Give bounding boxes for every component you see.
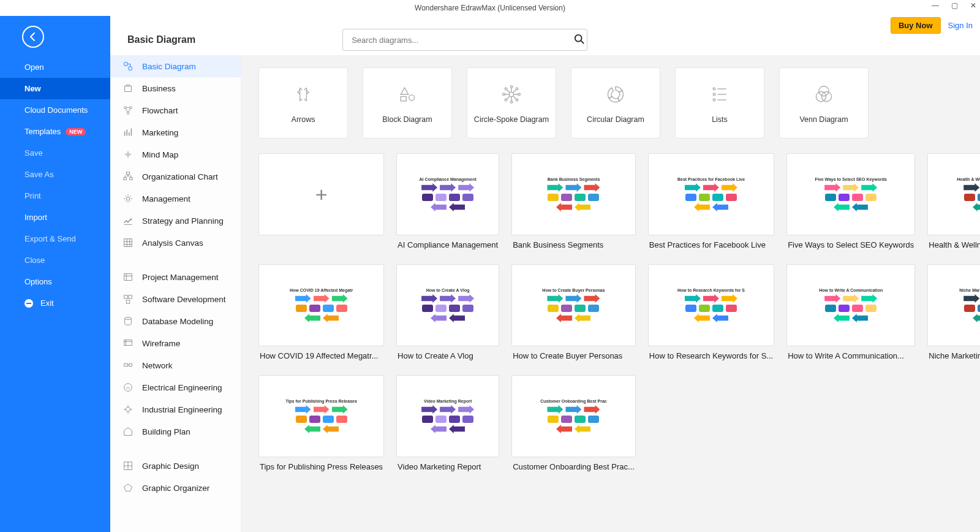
sidebar-import[interactable]: Import [0, 207, 110, 228]
template-card-five-ways-to-select-seo-keywords[interactable]: Five Ways to Select SEO KeywordsFive Way… [786, 153, 915, 252]
template-thumbnail-preview: Best Practices for Facebook Live [654, 159, 769, 230]
template-thumbnail: Niche Marketing Strategy Tips [927, 264, 980, 346]
template-card-how-to-research-keywords-for-s[interactable]: How to Research Keywords for SHow to Res… [648, 264, 774, 363]
template-card-how-to-write-a-communication[interactable]: How to Write A CommunicationHow to Write… [786, 264, 915, 363]
search-icon[interactable] [574, 34, 585, 45]
category-icon [123, 338, 134, 349]
svg-rect-16 [126, 300, 129, 303]
category-item-graphic-design[interactable]: Graphic Design [110, 455, 241, 477]
svg-point-41 [821, 92, 831, 102]
sidebar-export-send[interactable]: Export & Send [0, 228, 110, 249]
template-title: Best Practices for Facebook Live [648, 235, 774, 252]
svg-rect-19 [124, 363, 127, 367]
template-thumbnail: Video Marketing Report [396, 375, 499, 457]
template-thumbnail-preview: How to Research Keywords for S [654, 270, 769, 341]
category-item-graphic-organizer[interactable]: Graphic Organizer [110, 477, 241, 499]
category-item-database-modeling[interactable]: Database Modeling [110, 310, 241, 332]
category-label: Database Modeling [142, 317, 213, 326]
sidebar-cloud-documents[interactable]: Cloud Documents [0, 99, 110, 121]
svg-rect-12 [124, 239, 132, 247]
sidebar-open[interactable]: Open [0, 56, 110, 78]
category-item-analysis-canvas[interactable]: Analysis Canvas [110, 232, 241, 254]
template-card-how-covid-19-affected-megatr[interactable]: How COVID 19 Affected MegatrHow COVID 19… [258, 264, 384, 363]
plus-icon: + [315, 183, 328, 207]
template-card-how-to-create-a-vlog[interactable]: How to Create A VlogHow to Create A Vlog [396, 264, 499, 363]
minimize-icon[interactable]: — [932, 1, 939, 10]
category-label: Network [142, 361, 173, 370]
svg-rect-1 [124, 63, 127, 66]
sidebar-print[interactable]: Print [0, 185, 110, 207]
template-card-ai-compliance-management[interactable]: AI Compliance ManagementAI Compliance Ma… [396, 153, 499, 252]
category-item-basic-diagram[interactable]: Basic Diagram [110, 55, 241, 77]
category-item-software-development[interactable]: Software Development [110, 288, 241, 310]
template-title: Bank Business Segments [511, 235, 636, 252]
template-card-new-blank[interactable]: + [258, 153, 384, 252]
template-card-how-to-create-buyer-personas[interactable]: How to Create Buyer PersonasHow to Creat… [511, 264, 636, 363]
template-card-niche-marketing-strategy-tips[interactable]: Niche Marketing Strategy TipsNiche Marke… [927, 264, 980, 363]
category-item-strategy-and-planning[interactable]: Strategy and Planning [110, 210, 241, 232]
template-thumbnail-preview: Video Marketing Report [401, 381, 495, 452]
diagram-type-icon [499, 82, 524, 107]
diagram-type-venn-diagram[interactable]: Venn Diagram [779, 67, 869, 139]
svg-point-17 [125, 317, 132, 320]
sidebar-save[interactable]: Save [0, 142, 110, 164]
category-item-flowchart[interactable]: Flowchart [110, 99, 241, 121]
sidebar-save-as[interactable]: Save As [0, 164, 110, 185]
template-title: Customer Onboarding Best Prac... [511, 457, 636, 474]
diagram-type-icon [395, 82, 420, 107]
diagram-type-arrows[interactable]: Arrows [258, 67, 348, 139]
diagram-type-label: Venn Diagram [799, 115, 848, 124]
category-label: Management [142, 194, 190, 203]
category-item-management[interactable]: Management [110, 188, 241, 210]
template-card-customer-onboarding-best-prac[interactable]: Customer Onboarding Best PracCustomer On… [511, 375, 636, 474]
sidebar-close[interactable]: Close [0, 249, 110, 271]
template-thumbnail-preview: Niche Marketing Strategy Tips [933, 270, 980, 341]
category-item-industrial-engineering[interactable]: Industrial Engineering [110, 398, 241, 420]
category-item-electrical-engineering[interactable]: Electrical Engineering [110, 376, 241, 398]
template-card-best-practices-for-facebook-live[interactable]: Best Practices for Facebook LiveBest Pra… [648, 153, 774, 252]
diagram-type-circle-spoke-diagram[interactable]: Circle-Spoke Diagram [467, 67, 556, 139]
category-label: Mind Map [142, 150, 178, 159]
sidebar-exit[interactable]: Exit [0, 292, 110, 314]
category-item-wireframe[interactable]: Wireframe [110, 332, 241, 354]
category-item-business[interactable]: Business [110, 77, 241, 99]
template-card-video-marketing-report[interactable]: Video Marketing ReportVideo Marketing Re… [396, 375, 499, 474]
diagram-type-block-diagram[interactable]: Block Diagram [363, 67, 452, 139]
category-item-building-plan[interactable]: Building Plan [110, 420, 241, 443]
diagram-type-icon [603, 82, 628, 107]
template-thumbnail-preview: How to Create Buyer Personas [517, 270, 630, 341]
arrow-left-icon [27, 31, 39, 43]
template-card-bank-business-segments[interactable]: Bank Business SegmentsBank Business Segm… [511, 153, 636, 252]
svg-rect-2 [129, 67, 132, 70]
svg-rect-13 [124, 274, 132, 281]
sidebar-options[interactable]: Options [0, 271, 110, 292]
buy-now-button[interactable]: Buy Now [891, 17, 941, 34]
category-icon [123, 294, 134, 305]
template-card-health-wellness-progress-rep[interactable]: Health & Wellness Progress RepHealth & W… [927, 153, 980, 252]
back-button[interactable] [22, 26, 44, 48]
category-icon [123, 193, 134, 204]
template-title: How to Create A Vlog [396, 346, 499, 363]
close-window-icon[interactable]: ✕ [970, 1, 976, 10]
category-item-marketing[interactable]: Marketing [110, 121, 241, 143]
template-card-tips-for-publishing-press-releases[interactable]: Tips for Publishing Press ReleasesTips f… [258, 375, 384, 474]
template-thumbnail: How to Write A Communication [786, 264, 915, 346]
svg-point-29 [510, 86, 513, 88]
category-item-organizational-chart[interactable]: Organizational Chart [110, 165, 241, 188]
category-item-network[interactable]: Network [110, 354, 241, 376]
category-icon [123, 360, 134, 371]
maximize-icon[interactable]: ▢ [951, 1, 958, 10]
category-icon [123, 83, 134, 94]
sidebar-templates[interactable]: Templates NEW [0, 121, 110, 142]
category-icon [123, 272, 134, 283]
svg-point-22 [126, 407, 130, 411]
svg-rect-18 [124, 340, 132, 346]
search-input[interactable] [342, 29, 587, 51]
diagram-type-circular-diagram[interactable]: Circular Diagram [571, 67, 660, 139]
diagram-type-lists[interactable]: Lists [675, 67, 764, 139]
sign-in-link[interactable]: Sign In [948, 21, 973, 30]
svg-point-40 [816, 92, 826, 102]
category-item-mind-map[interactable]: Mind Map [110, 143, 241, 165]
category-item-project-management[interactable]: Project Management [110, 266, 241, 288]
sidebar-new[interactable]: New [0, 78, 110, 99]
